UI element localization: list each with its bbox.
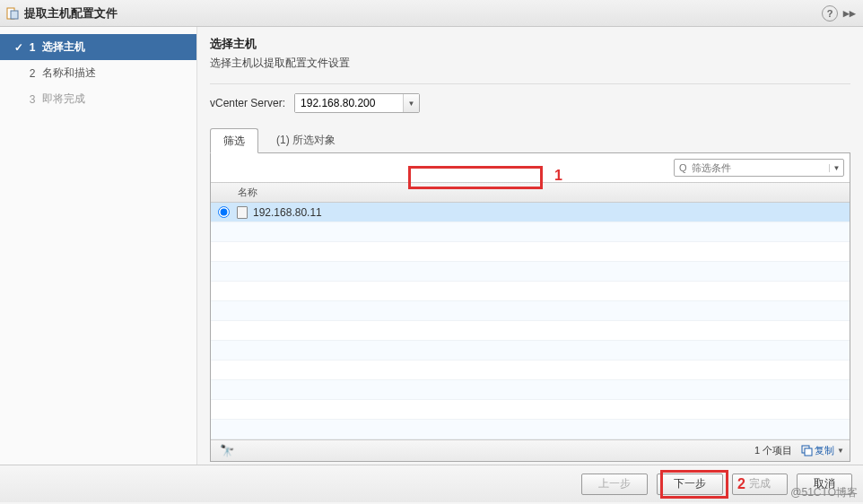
table-row[interactable]: 192.168.80.11 [211, 203, 850, 222]
copy-button[interactable]: 复制 ▼ [801, 444, 844, 457]
row-ip: 192.168.80.11 [253, 206, 322, 219]
filter-input[interactable] [692, 162, 829, 173]
binoculars-icon[interactable]: 🔭 [216, 444, 238, 457]
table-row [211, 321, 850, 341]
vcenter-input[interactable] [295, 94, 403, 112]
grid: Q ▼ 名称 192.168.80.11 [210, 153, 850, 462]
check-icon: ✓ [13, 41, 25, 54]
table-row [211, 222, 850, 242]
step-name-description[interactable]: 2 名称和描述 [0, 60, 196, 86]
table-row [211, 262, 850, 282]
column-header-name[interactable]: 名称 [211, 182, 850, 203]
titlebar: 提取主机配置文件 ? ▸▸ [0, 0, 863, 27]
chevron-down-icon[interactable]: ▼ [829, 164, 843, 172]
table-row [211, 361, 850, 380]
search-icon: Q [675, 162, 692, 173]
item-count: 1 个项目 [754, 444, 792, 457]
button-row: 上一步 下一步 完成 取消 2 [0, 465, 863, 502]
finish-button: 完成 [732, 474, 788, 495]
host-icon [237, 206, 248, 219]
vcenter-combo[interactable]: ▼ [294, 93, 420, 113]
dialog-body: ✓ 1 选择主机 2 名称和描述 3 即将完成 选择主机 选择主机以提取配置文件… [0, 27, 863, 465]
grid-tabs: 筛选 (1) 所选对象 [210, 127, 850, 153]
table-row [211, 282, 850, 301]
main-panel: 选择主机 选择主机以提取配置文件设置 vCenter Server: ▼ 筛选 … [197, 27, 863, 465]
next-button[interactable]: 下一步 [657, 474, 723, 495]
help-icon[interactable]: ? [822, 5, 838, 22]
tab-filter[interactable]: 筛选 [210, 128, 258, 153]
pin-icon[interactable]: ▸▸ [841, 6, 858, 20]
step-ready-to-complete[interactable]: 3 即将完成 [0, 86, 196, 112]
vcenter-row: vCenter Server: ▼ [210, 93, 850, 113]
page-subheading: 选择主机以提取配置文件设置 [210, 56, 850, 71]
table-row [211, 242, 850, 262]
back-button: 上一步 [581, 474, 648, 495]
table-row [211, 400, 850, 420]
table-row [211, 341, 850, 361]
wizard-sidebar: ✓ 1 选择主机 2 名称和描述 3 即将完成 [0, 27, 197, 465]
table-row [211, 380, 850, 400]
host-profile-icon [5, 6, 20, 21]
grid-footer: 🔭 1 个项目 复制 ▼ [211, 439, 850, 461]
chevron-down-icon[interactable]: ▼ [403, 94, 419, 112]
dialog-title: 提取主机配置文件 [24, 5, 118, 22]
svg-rect-1 [11, 11, 18, 19]
table-row [211, 301, 850, 321]
row-radio[interactable] [218, 206, 230, 218]
page-heading: 选择主机 [210, 36, 850, 52]
tab-selected-objects[interactable]: (1) 所选对象 [264, 128, 348, 153]
cancel-button[interactable]: 取消 [797, 474, 852, 495]
grid-rows: 192.168.80.11 [211, 203, 850, 439]
table-row [211, 420, 850, 439]
svg-rect-3 [805, 448, 812, 456]
filter-box[interactable]: Q ▼ [674, 159, 844, 177]
vcenter-label: vCenter Server: [210, 97, 285, 109]
step-select-host[interactable]: ✓ 1 选择主机 [0, 34, 196, 60]
chevron-down-icon[interactable]: ▼ [837, 447, 844, 455]
